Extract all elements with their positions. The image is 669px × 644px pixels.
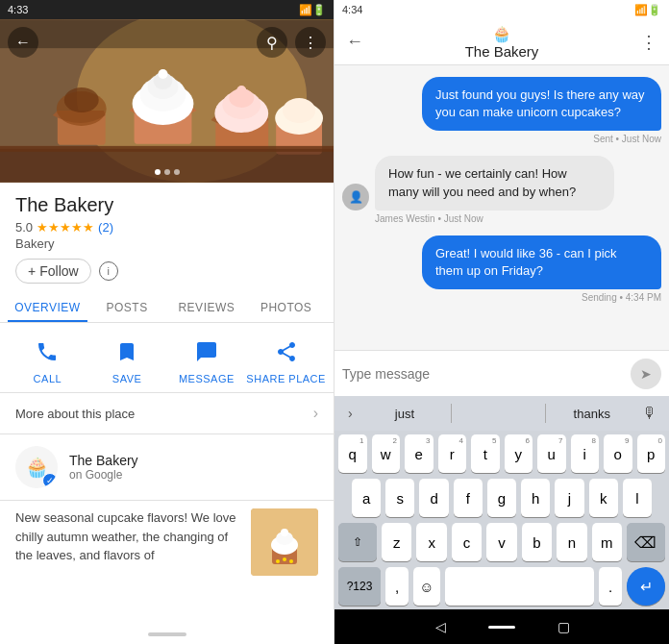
emoji-key[interactable]: ☺	[413, 567, 440, 606]
hero-nav-right: ⚲ ⋮	[257, 27, 326, 58]
key-w[interactable]: 2w	[372, 434, 401, 473]
more-about-row[interactable]: More about this place ›	[0, 393, 334, 434]
key-g[interactable]: g	[487, 479, 516, 517]
key-e[interactable]: 3e	[405, 434, 434, 473]
comma-key[interactable]: ,	[385, 567, 409, 606]
hero-dot-3	[174, 169, 180, 175]
mic-icon[interactable]: 🎙	[638, 405, 661, 422]
hero-dots	[155, 169, 180, 175]
key-row-3: ⇧ z x c v b n m ⌫	[338, 523, 665, 561]
enter-key[interactable]: ↵	[627, 567, 665, 606]
key-t[interactable]: 5t	[471, 434, 500, 473]
key-s[interactable]: s	[385, 479, 414, 517]
more-button[interactable]: ⋮	[295, 27, 326, 58]
key-z[interactable]: z	[382, 523, 411, 561]
symbols-key[interactable]: ?123	[338, 567, 381, 606]
key-d[interactable]: d	[419, 479, 448, 517]
key-n[interactable]: n	[557, 523, 586, 561]
key-a[interactable]: a	[352, 479, 381, 517]
svg-rect-20	[0, 146, 334, 152]
cupcake-thumbnail	[251, 508, 318, 576]
key-f[interactable]: f	[454, 479, 483, 517]
share-label: SHARE PLACE	[246, 373, 326, 384]
call-icon	[36, 340, 59, 363]
right-status-icons: 📶🔋	[634, 4, 661, 16]
bottom-handle	[0, 625, 334, 644]
message-sent-2: Great! I would like 36 - can I pick them…	[342, 235, 661, 303]
key-v[interactable]: v	[486, 523, 516, 561]
key-y[interactable]: 6y	[505, 434, 533, 473]
tabs-nav: OVERVIEW POSTS REVIEWS PHOTOS	[0, 291, 334, 323]
chevron-right-icon: ›	[313, 405, 318, 422]
received-row-1: 👤 How fun - we certainly can! How many w…	[342, 156, 661, 210]
right-status-bar: 4:34 📶🔋	[334, 0, 669, 19]
key-q[interactable]: 1q	[338, 434, 367, 473]
period-key[interactable]: .	[599, 567, 622, 606]
share-action[interactable]: SHARE PLACE	[246, 334, 326, 384]
message-action[interactable]: MESSAGE	[167, 334, 247, 384]
key-o[interactable]: 9o	[604, 434, 632, 473]
message-meta-sent-1: Sent • Just Now	[593, 134, 661, 144]
tab-photos[interactable]: PHOTOS	[246, 291, 326, 322]
key-b[interactable]: b	[522, 523, 552, 561]
suggestion-just[interactable]: just	[359, 407, 451, 421]
key-r[interactable]: 4r	[438, 434, 467, 473]
shift-key[interactable]: ⇧	[338, 523, 377, 561]
right-panel: 4:34 📶🔋 ← 🧁 The Bakery ⋮ Just found you …	[334, 0, 669, 644]
nav-back-button[interactable]: ◁	[431, 617, 450, 636]
follow-label: Follow	[39, 263, 78, 279]
suggestion-thanks[interactable]: thanks	[546, 407, 638, 421]
key-j[interactable]: j	[555, 479, 583, 517]
action-icons-row: CALL SAVE MESSAGE	[0, 323, 334, 393]
hero-nav: ← ⚲ ⋮	[8, 27, 326, 58]
key-c[interactable]: c	[452, 523, 482, 561]
tab-overview[interactable]: OVERVIEW	[8, 291, 87, 322]
nav-recents-button[interactable]: ▢	[554, 617, 573, 636]
tab-posts[interactable]: POSTS	[87, 291, 167, 322]
space-key[interactable]	[445, 567, 594, 606]
hero-dot-1	[155, 169, 161, 175]
message-text-sent-1: Just found you guys! Is there any way yo…	[435, 87, 645, 119]
chat-input[interactable]	[342, 366, 623, 382]
call-icon-circle	[30, 334, 64, 369]
more-icon: ⋮	[303, 34, 318, 52]
send-button[interactable]: ➤	[631, 359, 661, 389]
place-name: The Bakery	[15, 194, 318, 216]
message-received-1: 👤 How fun - we certainly can! How many w…	[342, 156, 661, 223]
message-sent-1: Just found you guys! Is there any way yo…	[342, 77, 661, 144]
right-time: 4:34	[342, 4, 362, 15]
message-bubble-sent-2: Great! I would like 36 - can I pick them…	[422, 235, 661, 289]
chat-input-area: ➤	[334, 350, 669, 396]
key-x[interactable]: x	[416, 523, 446, 561]
key-k[interactable]: k	[589, 479, 618, 517]
chat-back-button[interactable]: ←	[342, 28, 367, 56]
suggestion-expand-icon[interactable]: ›	[342, 406, 359, 421]
tab-reviews[interactable]: REVIEWS	[167, 291, 247, 322]
key-l[interactable]: l	[623, 479, 652, 517]
key-h[interactable]: h	[521, 479, 550, 517]
key-p[interactable]: 0p	[637, 434, 666, 473]
follow-button[interactable]: + Follow	[15, 259, 91, 284]
share-icon-circle	[269, 334, 304, 369]
search-button[interactable]: ⚲	[257, 27, 287, 58]
svg-point-12	[236, 86, 246, 95]
share-icon	[275, 340, 298, 363]
backspace-key[interactable]: ⌫	[627, 523, 665, 561]
save-action[interactable]: SAVE	[87, 334, 167, 384]
save-icon-circle	[110, 334, 144, 369]
bottom-nav-bar: ◁ ▢	[334, 609, 669, 644]
follow-plus-icon: +	[28, 263, 36, 279]
chat-more-button[interactable]: ⋮	[636, 28, 661, 57]
place-actions-row: + Follow i	[15, 259, 318, 284]
message-text-received-1: How fun - we certainly can! How many wil…	[388, 166, 576, 198]
hero-back-button[interactable]: ←	[8, 27, 38, 58]
call-action[interactable]: CALL	[8, 334, 87, 384]
key-i[interactable]: 8i	[571, 434, 600, 473]
key-m[interactable]: m	[592, 523, 622, 561]
info-icon[interactable]: i	[99, 261, 118, 281]
nav-home-button[interactable]	[488, 626, 515, 629]
bakery-card: 🧁 ✓ The Bakery on Google	[0, 434, 334, 501]
key-u[interactable]: 7u	[537, 434, 566, 473]
message-text-sent-2: Great! I would like 36 - can I pick them…	[435, 246, 617, 278]
svg-point-15	[64, 87, 99, 112]
